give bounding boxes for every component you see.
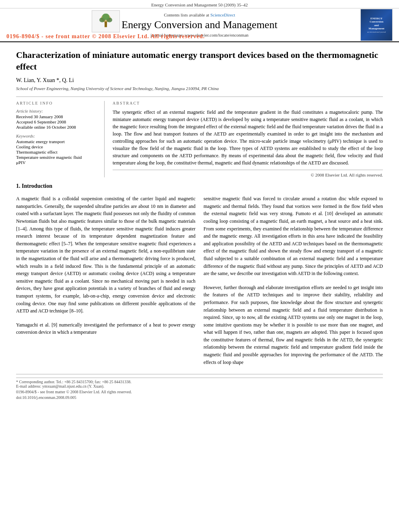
abstract-label: ABSTRACT bbox=[113, 101, 383, 105]
elsevier-logo-area: 0196-8904/$ - see front matter © 2008 El… bbox=[6, 10, 205, 40]
corresponding-author-note: * Corresponding author. Tel.: +86 25 843… bbox=[16, 378, 383, 388]
intro-left-col: A magnetic fluid is a colloidal suspensi… bbox=[16, 195, 195, 366]
copyright-notice: 0196-8904/$ - see front matter © 2008 El… bbox=[16, 390, 383, 394]
svg-point-5 bbox=[102, 13, 109, 20]
available-date: Available online 16 October 2008 bbox=[16, 125, 99, 129]
elsevier-brand-text: 0196-8904/$ - see front matter © 2008 El… bbox=[6, 33, 205, 40]
history-label: Article history: bbox=[16, 109, 99, 113]
abstract-column: ABSTRACT The synergetic effect of an ext… bbox=[113, 101, 383, 177]
journal-logo-right: ENERGYConversionandManagement an interna… bbox=[360, 9, 393, 41]
intro-para-1-right: sensitive magnetic fluid was forced to c… bbox=[204, 195, 383, 277]
doi-line: doi:10.1016/j.enconman.2008.09.005 bbox=[16, 395, 383, 400]
introduction-section: 1. Introduction A magnetic fluid is a co… bbox=[16, 183, 383, 366]
elsevier-tree-logo bbox=[92, 10, 120, 33]
article-history-block: Article history: Received 30 January 200… bbox=[16, 109, 99, 129]
received-date: Received 30 January 2008 bbox=[16, 114, 99, 119]
copyright-line: © 2008 Elsevier Ltd. All rights reserved… bbox=[113, 170, 383, 177]
svg-rect-2 bbox=[105, 21, 107, 27]
keyword-3: Thermomagnetic effect bbox=[16, 150, 99, 154]
keyword-2: Cooling device bbox=[16, 144, 99, 149]
intro-right-col: sensitive magnetic fluid was forced to c… bbox=[204, 195, 383, 366]
intro-para-2-left: Yamaguchi et al. [9] numerically investi… bbox=[16, 321, 195, 336]
keywords-block: Keywords: Automatic energy transport Coo… bbox=[16, 134, 99, 165]
journal-banner: 0196-8904/$ - see front matter © 2008 El… bbox=[0, 8, 399, 42]
journal-reference: Energy Conversion and Management 50 (200… bbox=[0, 0, 399, 8]
article-title: Characterization of miniature automatic … bbox=[16, 49, 383, 72]
introduction-body: A magnetic fluid is a colloidal suspensi… bbox=[16, 195, 383, 366]
keyword-1: Automatic energy transport bbox=[16, 139, 99, 144]
intro-para-1-left: A magnetic fluid is a colloidal suspensi… bbox=[16, 195, 195, 315]
affiliation-line: School of Power Engineering, Nanjing Uni… bbox=[16, 86, 383, 91]
article-info-label: ARTICLE INFO bbox=[16, 101, 99, 105]
article-info-column: ARTICLE INFO Article history: Received 3… bbox=[16, 101, 105, 177]
keywords-label: Keywords: bbox=[16, 134, 99, 138]
main-content: Characterization of miniature automatic … bbox=[0, 42, 399, 409]
article-info-abstract-section: ARTICLE INFO Article history: Received 3… bbox=[16, 97, 383, 177]
authors-line: W. Lian, Y. Xuan *, Q. Li bbox=[16, 77, 383, 84]
accepted-date: Accepted 6 September 2008 bbox=[16, 119, 99, 124]
intro-para-2-right: However, further thorough and elaborate … bbox=[204, 284, 383, 366]
abstract-text: The synergetic effect of an external mag… bbox=[113, 109, 383, 166]
keyword-5: μPIV bbox=[16, 160, 99, 165]
keyword-4: Temperature sensitive magnetic fluid bbox=[16, 155, 99, 160]
page-footer: * Corresponding author. Tel.: +86 25 843… bbox=[16, 374, 383, 400]
introduction-title: 1. Introduction bbox=[16, 183, 383, 189]
sciencedirect-link[interactable]: ScienceDirect bbox=[210, 12, 235, 17]
